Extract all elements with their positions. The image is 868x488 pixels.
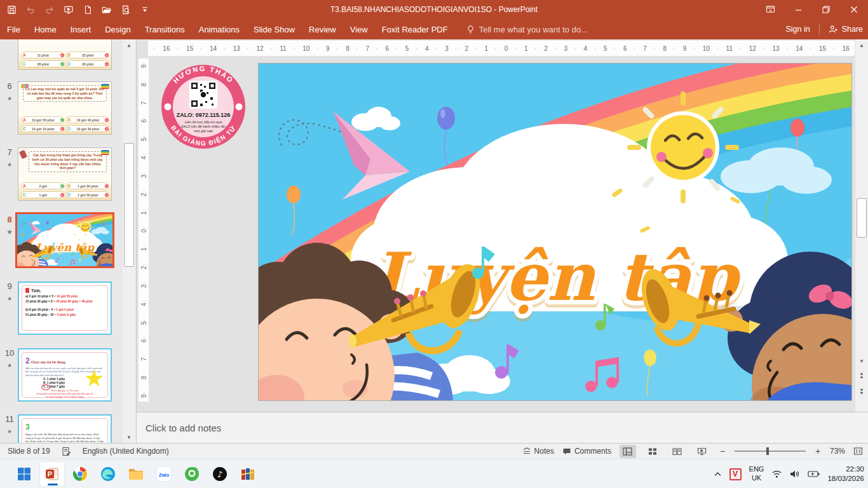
- taskbar-edge-icon[interactable]: [95, 461, 121, 487]
- notes-pane[interactable]: Click to add notes: [137, 412, 868, 443]
- slide-6-thumbnail[interactable]: Cô Lan may một bộ quần áo hết 2 giờ 10 p…: [18, 81, 112, 135]
- vertical-scrollbar: ▲ ▼ ▲▲ ▼▼: [855, 39, 868, 412]
- new-presentation-icon[interactable]: [83, 4, 93, 15]
- start-button[interactable]: [11, 461, 37, 487]
- wrong-mark-icon: ✕: [60, 193, 65, 198]
- animation-star-icon: [3, 159, 16, 168]
- scroll-down-arrow[interactable]: ▼: [855, 355, 868, 367]
- slide-8-thumbnail-current[interactable]: [15, 212, 114, 268]
- vertical-ruler[interactable]: 9876543210123456789: [139, 58, 149, 402]
- tab-animations[interactable]: Animations: [192, 19, 247, 39]
- scroll-up-arrow[interactable]: ▲: [855, 39, 868, 51]
- language-indicator[interactable]: English (United Kingdom): [83, 447, 169, 456]
- taskbar-file-explorer-icon[interactable]: [123, 461, 149, 487]
- tab-view[interactable]: View: [343, 19, 375, 39]
- question-icon: [25, 288, 29, 293]
- battery-icon[interactable]: [808, 470, 820, 478]
- wrong-mark-icon: ✕: [104, 193, 109, 198]
- previous-slide-button[interactable]: ▲▲: [855, 369, 868, 381]
- wifi-icon[interactable]: [771, 470, 782, 478]
- tab-design[interactable]: Design: [98, 19, 137, 39]
- zoom-out-button[interactable]: −: [719, 446, 726, 456]
- tab-home[interactable]: Home: [27, 19, 64, 39]
- comments-toggle-button[interactable]: Comments: [562, 447, 611, 456]
- reading-view-button[interactable]: [669, 445, 686, 458]
- powerpoint-window: T3.BAI58.NHANCHIASODOTHOIGIANVOI1SO - Po…: [0, 0, 868, 488]
- scroll-up-arrow[interactable]: ▲: [123, 39, 135, 51]
- save-icon[interactable]: [6, 4, 17, 15]
- show-hidden-icons-chevron[interactable]: [714, 471, 722, 477]
- taskbar-powerpoint-icon[interactable]: P: [39, 461, 65, 487]
- zoom-in-button[interactable]: +: [814, 446, 822, 456]
- taskbar-tiktok-icon[interactable]: ♪: [207, 461, 233, 487]
- share-button[interactable]: Share: [829, 25, 863, 34]
- tab-slide-show[interactable]: Slide Show: [247, 19, 302, 39]
- tab-review[interactable]: Review: [302, 19, 343, 39]
- badge-note-line: nick giả mạo: [194, 129, 213, 133]
- correct-mark-icon: ✓: [60, 62, 65, 67]
- share-label: Share: [842, 25, 863, 34]
- slide-thumbnail-panel: A11 phút✕ B22 phút✕ C28 phút✓ D20 phút✕ …: [0, 39, 137, 443]
- zoom-slider-thumb[interactable]: [766, 447, 769, 455]
- slide-6-number: 6: [3, 81, 16, 102]
- badge-zalo-number: ZALO: 0972.115.126: [177, 112, 231, 118]
- next-slide-button[interactable]: ▼▼: [855, 385, 868, 398]
- redo-icon[interactable]: [44, 4, 55, 15]
- tab-foxit-reader-pdf[interactable]: Foxit Reader PDF: [375, 19, 455, 39]
- slide-sorter-view-button[interactable]: [644, 445, 661, 458]
- correct-mark-icon: ✓: [60, 184, 65, 189]
- normal-view-button[interactable]: [620, 445, 636, 458]
- author-badge-sticker[interactable]: HƯƠNG THẢO BÀI GIẢNG ĐIỆN TỬ Z: [161, 64, 246, 149]
- tab-transitions[interactable]: Transitions: [138, 19, 192, 39]
- undo-icon[interactable]: [25, 4, 36, 15]
- thumbnail-scrollbar: ▲ ▼: [123, 39, 135, 443]
- language-switcher[interactable]: ENGUK: [749, 465, 764, 483]
- slide-canvas[interactable]: Luyện tập: [259, 64, 851, 400]
- scrollbar-thumb[interactable]: [124, 143, 134, 267]
- sign-in-button[interactable]: Sign in: [785, 25, 810, 34]
- slide-7-thumbnail[interactable]: Các bạn trong lớp tham gia trồng cây. Tr…: [18, 147, 112, 201]
- scroll-down-arrow[interactable]: ▼: [123, 431, 135, 443]
- correct-mark-icon: ✓: [60, 118, 65, 123]
- taskbar-clock[interactable]: 22:3018/03/2026: [827, 464, 864, 484]
- customize-quick-access-icon[interactable]: [140, 4, 150, 15]
- print-preview-icon[interactable]: [121, 4, 131, 15]
- close-button[interactable]: [840, 0, 868, 19]
- lightbulb-icon: [466, 25, 475, 34]
- taskbar-zalo-icon[interactable]: Zalo: [151, 461, 177, 487]
- zoom-slider[interactable]: [735, 451, 806, 452]
- horizontal-ruler[interactable]: 1615141312111098765432101234567891011121…: [148, 41, 855, 56]
- rainbow-logo-icon: [101, 84, 109, 89]
- slide-9-thumbnail[interactable]: Tính. a) 2 giờ 10 phút × 5 = 10 giờ 50 p…: [18, 281, 112, 335]
- taskbar-chrome-icon[interactable]: [67, 461, 93, 487]
- tab-insert[interactable]: Insert: [64, 19, 98, 39]
- tell-me-box[interactable]: Tell me what you want to do...: [466, 25, 588, 34]
- svg-text:♪: ♪: [217, 470, 222, 479]
- taskbar-winrar-icon[interactable]: [235, 461, 261, 487]
- slide-11-thumbnail[interactable]: 3 Ngày cuối tuần, Bé Bốt làm hộp đựng bú…: [18, 414, 112, 443]
- slide-10-thumbnail[interactable]: 2Chọn câu trả lời đúng. Một con kiến bò …: [18, 348, 112, 402]
- spell-check-icon[interactable]: [62, 447, 71, 456]
- fit-slide-to-window-button[interactable]: [853, 447, 863, 456]
- tab-file[interactable]: File: [0, 19, 27, 39]
- badge-note-line: ZALO trên để tránh nhầm lẫn: [181, 125, 226, 128]
- volume-icon[interactable]: [790, 470, 800, 478]
- slide-5-thumbnail[interactable]: A11 phút✕ B22 phút✕ C28 phút✓ D20 phút✕: [18, 39, 112, 70]
- start-from-beginning-icon[interactable]: [64, 4, 74, 15]
- brush-deco-icon: [19, 150, 27, 159]
- taskbar-coccoc-icon[interactable]: [179, 461, 205, 487]
- open-icon[interactable]: [102, 4, 112, 15]
- wrong-mark-icon: ✕: [104, 126, 109, 132]
- slide-counter[interactable]: Slide 8 of 19: [8, 447, 50, 456]
- notes-toggle-button[interactable]: Notes: [522, 447, 554, 456]
- wrong-mark-icon: ✕: [104, 184, 109, 189]
- slide-show-button[interactable]: [694, 445, 710, 458]
- windows-taskbar: P Zalo ♪ V ENGUK: [0, 459, 868, 488]
- ribbon-tab-bar: File Home Insert Design Transitions Anim…: [0, 19, 868, 39]
- ribbon-display-options-icon[interactable]: [756, 0, 784, 19]
- minimize-button[interactable]: [784, 0, 812, 19]
- zoom-level[interactable]: 73%: [830, 447, 845, 456]
- restore-button[interactable]: [812, 0, 840, 19]
- scrollbar-thumb[interactable]: [857, 198, 867, 238]
- unikey-icon[interactable]: V: [729, 468, 742, 480]
